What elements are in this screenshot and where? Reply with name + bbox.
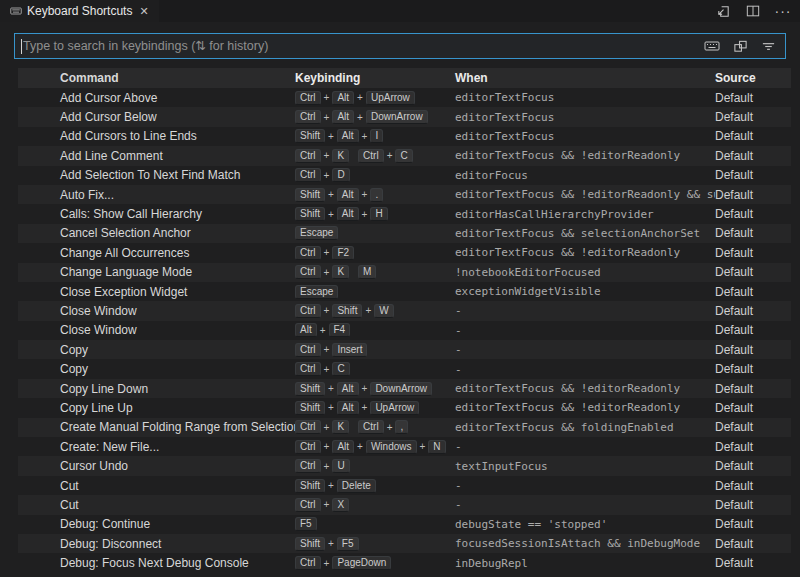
table-row[interactable]: Add Selection To Next Find Match Ctrl+D … [18,166,791,185]
table-row[interactable]: Debug: Disconnect Shift+F5 focusedSessio… [18,534,791,553]
key-chip: Alt [332,110,354,124]
key-chip: Shift [332,304,362,318]
key-chord: Escape [295,226,338,240]
table-row[interactable]: Change All Occurrences Ctrl+F2 editorTex… [18,243,791,262]
table-row[interactable]: Calls: Show Call Hierarchy Shift+Alt+H e… [18,204,791,223]
key-chip: W [374,304,393,318]
key-chip: Shift [295,188,325,202]
table-row[interactable]: Debug: Focus Next Debug Console Ctrl+Pag… [18,553,791,572]
when-expression: editorTextFocus && !editorReadonly && su… [455,188,715,201]
table-row[interactable]: Cut Shift+Delete - Default [18,476,791,495]
table-row[interactable]: Copy Line Down Shift+Alt+DownArrow edito… [18,379,791,398]
key-chord: Ctrl+Insert [295,343,367,357]
keybinding-chips: Shift+Alt+UpArrow [295,401,455,415]
key-chip: C [332,362,349,376]
plus-separator: + [324,461,330,472]
key-chip: Ctrl [295,91,321,105]
source-label: Default [715,556,791,570]
plus-separator: + [357,112,363,123]
source-label: Default [715,129,791,143]
key-chip: N [428,440,445,454]
editor-tab-bar: Keyboard Shortcuts ✕ ··· [0,0,800,22]
key-chord: Ctrl+C [358,149,413,163]
table-row[interactable]: Auto Fix... Shift+Alt+. editorTextFocus … [18,185,791,204]
key-chip: M [358,265,376,279]
plus-separator: + [387,422,393,433]
more-actions-icon[interactable]: ··· [774,2,792,20]
when-expression: editorTextFocus && selectionAnchorSet [455,227,715,240]
table-row[interactable]: Create Manual Folding Range from Selecti… [18,418,791,437]
command-label: Cursor Undo [18,459,295,473]
when-expression: editorTextFocus && !editorReadonly [455,149,715,162]
key-chip: Alt [295,323,317,337]
table-row[interactable]: Debug: Continue F5 debugState == 'stoppe… [18,515,791,534]
split-editor-icon[interactable] [744,2,762,20]
command-label: Add Cursors to Line Ends [18,129,295,143]
key-chip: K [332,149,349,163]
key-chip: Ctrl [295,459,321,473]
table-row[interactable]: Close Window Alt+F4 - Default [18,321,791,340]
table-row[interactable]: Add Cursors to Line Ends Shift+Alt+I edi… [18,127,791,146]
table-row[interactable]: Create: New File... Ctrl+Alt+Windows+N -… [18,437,791,456]
key-chord: Escape [295,285,338,299]
plus-separator: + [324,558,330,569]
command-label: Change All Occurrences [18,246,295,260]
plus-separator: + [324,247,330,258]
keybinding-chips: Ctrl+C [295,362,455,376]
filter-icon[interactable] [759,37,777,55]
table-row[interactable]: Add Line Comment Ctrl+KCtrl+C editorText… [18,146,791,165]
editor-actions: ··· [714,2,792,20]
column-header-keybinding: Keybinding [295,71,455,85]
when-expression: exceptionWidgetVisible [455,285,715,298]
key-chip: UpArrow [370,401,419,415]
table-row[interactable]: Change Language Mode Ctrl+KM !notebookEd… [18,263,791,282]
key-chip: F5 [337,537,359,551]
key-chord: Ctrl+K [295,265,349,279]
command-label: Copy [18,343,295,357]
close-icon[interactable]: ✕ [137,6,150,17]
table-row[interactable]: Cut Ctrl+X - Default [18,495,791,514]
table-row[interactable]: Close Exception Widget Escape exceptionW… [18,282,791,301]
when-expression: inDebugRepl [455,557,715,570]
plus-separator: + [362,209,368,220]
key-chip: Ctrl [295,304,321,318]
when-expression: - [455,363,715,376]
table-row[interactable]: Copy Ctrl+C - Default [18,359,791,378]
table-row[interactable]: Add Cursor Above Ctrl+Alt+UpArrow editor… [18,88,791,107]
search-input[interactable] [23,34,703,58]
key-chip: Ctrl [295,246,321,260]
key-chord: Ctrl+Alt+DownArrow [295,110,428,124]
plus-separator: + [324,364,330,375]
key-chip: DownArrow [370,382,432,396]
table-row[interactable]: Add Cursor Below Ctrl+Alt+DownArrow edit… [18,107,791,126]
key-chip: Ctrl [295,343,321,357]
source-label: Default [715,362,791,376]
plus-separator: + [328,131,334,142]
when-expression: editorTextFocus && !editorReadonly [455,246,715,259]
plus-separator: + [324,499,330,510]
key-chord: Ctrl+, [358,420,408,434]
key-chip: Ctrl [295,362,321,376]
keybinding-chips: Shift+Alt+DownArrow [295,382,455,396]
command-label: Add Cursor Above [18,91,295,105]
table-row[interactable]: Cursor Undo Ctrl+U textInputFocus Defaul… [18,456,791,475]
source-label: Default [715,420,791,434]
table-row[interactable]: Copy Ctrl+Insert - Default [18,340,791,359]
tab-keyboard-shortcuts[interactable]: Keyboard Shortcuts ✕ [0,0,159,22]
table-row[interactable]: Copy Line Up Shift+Alt+UpArrow editorTex… [18,398,791,417]
when-expression: editorFocus [455,169,715,182]
key-chip: Alt [337,207,359,221]
when-expression: - [455,324,715,337]
keybinding-chips: Escape [295,226,455,240]
source-label: Default [715,479,791,493]
table-row[interactable]: Close Window Ctrl+Shift+W - Default [18,301,791,320]
source-label: Default [715,343,791,357]
command-label: Copy [18,362,295,376]
table-row[interactable]: Cancel Selection Anchor Escape editorTex… [18,224,791,243]
command-label: Debug: Continue [18,517,295,531]
record-keys-keyboard-icon[interactable] [703,37,721,55]
source-label: Default [715,537,791,551]
sort-by-precedence-icon[interactable] [731,37,749,55]
open-keybindings-json-icon[interactable] [714,2,732,20]
key-chip: D [332,168,349,182]
